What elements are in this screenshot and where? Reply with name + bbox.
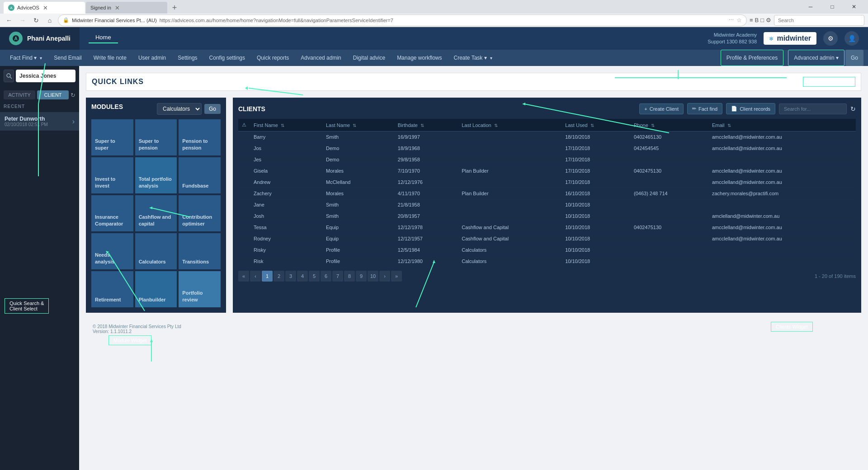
ql-manage-workflows[interactable]: Manage workflows	[392, 50, 447, 66]
ql-write-file-note[interactable]: Write file note	[88, 50, 132, 66]
col-email[interactable]: Email ⇅	[708, 119, 856, 132]
module-super-to-pension[interactable]: Super to pension	[135, 119, 177, 155]
page-2-btn[interactable]: 2	[274, 271, 284, 282]
module-calculators[interactable]: Calculators	[135, 233, 177, 269]
module-pension-to-pension[interactable]: Pension to pension	[179, 119, 221, 155]
ql-advanced-admin[interactable]: Advanced admin	[295, 50, 346, 66]
table-row[interactable]: Jos Demo 18/9/1968 17/10/2018 042454545 …	[238, 143, 856, 154]
table-row[interactable]: Barry Smith 16/9/1997 18/10/2018 0402465…	[238, 132, 856, 143]
page-9-btn[interactable]: 9	[356, 271, 367, 282]
settings-icon-btn[interactable]: ⚙	[823, 31, 838, 46]
page-5-btn[interactable]: 5	[309, 271, 320, 282]
browser-tab-adviceos[interactable]: A AdviceOS ✕	[4, 2, 85, 14]
search-toggle-btn[interactable]	[4, 70, 14, 82]
forward-btn[interactable]: →	[17, 15, 28, 26]
ql-advanced-admin-select[interactable]: Advanced admin ▾	[788, 50, 844, 66]
module-super-to-super[interactable]: Super to super	[91, 119, 133, 155]
page-7-btn[interactable]: 7	[332, 271, 343, 282]
col-last-name[interactable]: Last Name ⇅	[322, 119, 394, 132]
module-planbuilder[interactable]: Planbuilder	[135, 271, 177, 307]
page-4-btn[interactable]: 4	[297, 271, 308, 282]
table-row[interactable]: Risk Profile 12/12/1980 Calculators 10/1…	[238, 256, 856, 267]
modules-go-btn[interactable]: Go	[204, 104, 221, 114]
page-first-btn[interactable]: «	[238, 271, 249, 282]
page-3-btn[interactable]: 3	[285, 271, 296, 282]
ql-create-task[interactable]: Create Task ▾	[448, 50, 498, 66]
browser-icon-2[interactable]: □	[760, 17, 764, 24]
reload-btn[interactable]: ↻	[31, 15, 42, 26]
col-birthdate[interactable]: Birthdate ⇅	[394, 119, 458, 132]
col-phone[interactable]: Phone ⇅	[630, 119, 708, 132]
module-transitions[interactable]: Transitions	[179, 233, 221, 269]
clients-search-input[interactable]	[779, 103, 847, 114]
browser-icon-1[interactable]: B	[755, 17, 759, 24]
close-tab-btn[interactable]: ✕	[43, 5, 48, 11]
fact-find-btn[interactable]: ✏ Fact find	[687, 103, 722, 114]
client-records-btn[interactable]: 📄 Client records	[726, 103, 775, 114]
page-next-btn[interactable]: ›	[379, 271, 390, 282]
new-tab-btn[interactable]: +	[168, 2, 181, 14]
maximize-btn[interactable]: □	[822, 0, 843, 14]
ql-settings[interactable]: Settings	[172, 50, 203, 66]
page-8-btn[interactable]: 8	[344, 271, 355, 282]
close-window-btn[interactable]: ✕	[844, 0, 864, 14]
table-row[interactable]: Andrew McClelland 12/12/1976 17/10/2018 …	[238, 177, 856, 188]
module-portfolio-review[interactable]: Portfolio review	[179, 271, 221, 307]
sidebar-client-peter[interactable]: Peter Dunworth 02/10/2018 02:51 PM ›	[0, 112, 79, 131]
ql-fact-find[interactable]: Fact Find ▾	[5, 50, 47, 66]
browser-tab-signed-in[interactable]: Signed in ✕	[86, 2, 167, 14]
ql-send-email[interactable]: Send Email	[48, 50, 87, 66]
col-warn[interactable]: ⚠	[238, 119, 250, 132]
ql-user-admin[interactable]: User admin	[133, 50, 171, 66]
extensions-icon[interactable]: ≡	[750, 17, 753, 24]
col-first-name[interactable]: First Name ⇅	[250, 119, 322, 132]
bookmark-icon[interactable]: ☆	[736, 17, 742, 24]
module-fundsbase[interactable]: Fundsbase	[179, 157, 221, 193]
table-row[interactable]: Jes Demo 29/8/1958 17/10/2018	[238, 154, 856, 165]
page-last-btn[interactable]: »	[391, 271, 402, 282]
module-needs-analysis[interactable]: Needs analysis	[91, 233, 133, 269]
ql-digital-advice[interactable]: Digital advice	[348, 50, 391, 66]
refresh-btn[interactable]: ↻	[71, 90, 75, 99]
col-last-location[interactable]: Last Location ⇅	[458, 119, 561, 132]
client-name-input[interactable]	[16, 70, 75, 82]
address-more-btn[interactable]: ⋯	[729, 17, 734, 23]
table-row[interactable]: Rodney Equip 12/12/1957 Cashflow and Cap…	[238, 233, 856, 244]
activity-tab[interactable]: ACTIVITY	[4, 90, 35, 99]
ql-config-settings[interactable]: Config settings	[204, 50, 250, 66]
page-6-btn[interactable]: 6	[321, 271, 331, 282]
user-icon-btn[interactable]: 👤	[844, 31, 859, 46]
module-cashflow-capital[interactable]: Cashflow and capital	[135, 195, 177, 231]
page-prev-btn[interactable]: ‹	[250, 271, 261, 282]
table-row[interactable]: Josh Smith 20/8/1957 10/10/2018 amclella…	[238, 211, 856, 222]
col-last-used[interactable]: Last Used ⇅	[561, 119, 630, 132]
minimize-btn[interactable]: ─	[800, 0, 821, 14]
address-bar[interactable]: 🔒 Midwinter Financial Services Pt... (AU…	[58, 14, 747, 26]
module-contribution-optimiser[interactable]: Contribution optimiser	[179, 195, 221, 231]
module-total-portfolio[interactable]: Total portfolio analysis	[135, 157, 177, 193]
modules-select[interactable]: Calculators	[157, 103, 202, 115]
close-tab-2-btn[interactable]: ✕	[115, 5, 120, 11]
browser-icon-3[interactable]: ⚙	[766, 17, 771, 24]
ql-go-btn[interactable]: Go	[845, 50, 863, 66]
table-row[interactable]: Jane Smith 21/8/1958 10/10/2018	[238, 199, 856, 211]
page-10-btn[interactable]: 10	[368, 271, 378, 282]
clients-refresh-btn[interactable]: ↻	[850, 105, 856, 113]
module-retirement[interactable]: Retirement	[91, 271, 133, 307]
create-client-btn[interactable]: + Create Client	[639, 103, 684, 114]
ql-quick-reports[interactable]: Quick reports	[251, 50, 294, 66]
nav-home[interactable]: Home	[89, 34, 118, 43]
page-1-btn[interactable]: 1	[262, 271, 273, 282]
home-btn[interactable]: ⌂	[44, 15, 55, 26]
module-insurance-comparator[interactable]: Insurance Comparator	[91, 195, 133, 231]
table-row[interactable]: Gisela Morales 7/10/1970 Plan Builder 17…	[238, 165, 856, 177]
table-row[interactable]: Zachery Morales 4/11/1970 Plan Builder 1…	[238, 188, 856, 199]
back-btn[interactable]: ←	[4, 15, 14, 26]
ql-profile-preferences[interactable]: Profile & Preferences	[721, 50, 783, 66]
browser-search-input[interactable]	[774, 15, 864, 26]
module-invest-to-invest[interactable]: Invest to invest	[91, 157, 133, 193]
table-row[interactable]: Tessa Equip 12/12/1978 Cashflow and Capi…	[238, 222, 856, 233]
client-tab[interactable]: CLIENT	[37, 90, 69, 99]
table-row[interactable]: Risky Profile 12/5/1984 Calculators 10/1…	[238, 244, 856, 256]
cell-phone: 042454545	[630, 143, 708, 154]
